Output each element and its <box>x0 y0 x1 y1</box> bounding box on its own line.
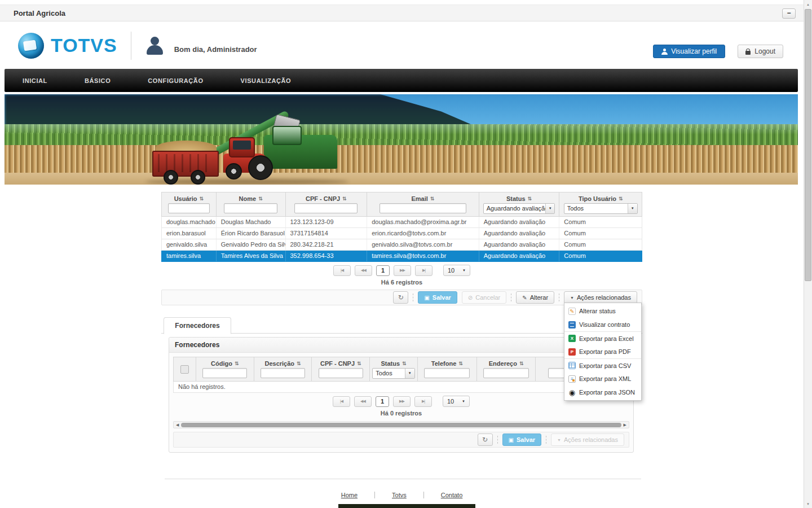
menu-item-exportar-csv[interactable]: Exportar para CSV <box>564 358 641 372</box>
column-label[interactable]: Tipo Usuário <box>579 195 616 202</box>
sort-icon[interactable]: ⇅ <box>235 361 239 366</box>
totvs-globe-icon <box>18 33 44 59</box>
sort-icon[interactable]: ⇅ <box>619 196 623 202</box>
sort-icon[interactable]: ⇅ <box>297 361 301 366</box>
excel-icon: X <box>568 335 576 342</box>
menu-item-exportar-xml[interactable]: ≡ Exportar para XML <box>564 372 641 386</box>
page: Portal Agricola − TOTVS Bom dia, Adminis… <box>0 0 804 508</box>
nav-item-configuracao[interactable]: CONFIGURAÇÃO <box>143 74 208 87</box>
menu-item-exportar-json[interactable]: ◉ Exportar para JSON <box>564 386 641 399</box>
table-row[interactable]: douglas.machado Douglas Machado 123.123.… <box>161 217 642 228</box>
column-label[interactable]: CPF - CNPJ <box>306 195 340 202</box>
column-label[interactable]: Descrição <box>264 360 294 367</box>
page-size-select[interactable]: 10 ▼ <box>443 396 470 407</box>
sort-icon[interactable]: ⇅ <box>519 361 524 366</box>
refresh-button[interactable]: ↻ <box>393 291 408 304</box>
header-actions: Visualizar perfil Logout <box>653 45 783 58</box>
filter-input-endereco[interactable] <box>483 368 529 378</box>
filter-input-codigo[interactable] <box>202 368 247 378</box>
cell-nome: Douglas Machado <box>217 217 286 227</box>
save-button[interactable]: ▣ Salvar <box>418 291 457 304</box>
prev-page-button[interactable]: ◀◀ <box>354 396 372 407</box>
nav-item-visualizacao[interactable]: VISUALIZAÇÃO <box>236 74 296 87</box>
fornecedores-status-filter-select[interactable]: Todos ▼ <box>372 368 414 379</box>
filter-input-cpf-cnpj[interactable] <box>294 203 358 213</box>
logout-button[interactable]: Logout <box>738 45 783 58</box>
next-page-button[interactable]: ▶▶ <box>393 396 411 407</box>
last-page-button[interactable]: ▶| <box>414 396 432 407</box>
tipo-usuario-filter-select[interactable]: Todos ▼ <box>564 203 638 214</box>
current-page[interactable]: 1 <box>376 265 390 276</box>
first-page-button[interactable]: |◀ <box>333 396 350 407</box>
sort-icon[interactable]: ⇅ <box>458 361 463 366</box>
column-label[interactable]: Usuário <box>174 195 197 202</box>
filter-input-cpf-cnpj[interactable] <box>319 368 363 378</box>
vertical-scrollbar-thumb[interactable] <box>805 9 811 281</box>
table-row[interactable]: erion.barasuol Érion Ricardo Barasuol 37… <box>161 228 642 239</box>
refresh-button[interactable]: ↻ <box>478 433 493 446</box>
sort-icon[interactable]: ⇅ <box>342 196 347 202</box>
save-button[interactable]: ▣ Salvar <box>502 433 541 446</box>
cell-usuario: erion.barasuol <box>162 228 217 239</box>
column-label[interactable]: Nome <box>239 195 257 202</box>
current-page[interactable]: 1 <box>376 396 389 407</box>
menu-item-alterar-status[interactable]: ✎ Alterar status <box>564 304 641 318</box>
cancel-button[interactable]: ⊘ Cancelar <box>462 291 506 304</box>
sort-icon[interactable]: ⇅ <box>430 196 435 202</box>
column-label[interactable]: Status <box>506 195 526 202</box>
select-all-checkbox[interactable] <box>180 365 189 374</box>
column-label[interactable]: CPF - CNPJ <box>320 360 355 367</box>
column-label[interactable]: Telefone <box>431 360 456 367</box>
tab-fornecedores[interactable]: Fornecedores <box>164 317 231 334</box>
nav-item-inicial[interactable]: INICIAL <box>18 74 52 87</box>
filter-input-telefone[interactable] <box>424 368 470 378</box>
cancel-label: Cancelar <box>475 294 500 301</box>
column-label[interactable]: Status <box>381 360 400 367</box>
scroll-down-icon[interactable]: ▼ <box>804 500 812 508</box>
column-label[interactable]: Email <box>411 195 427 202</box>
footer-link-home[interactable]: Home <box>324 492 374 498</box>
filter-input-nome[interactable] <box>224 203 277 213</box>
menu-item-exportar-excel[interactable]: X Exportar para Excel <box>564 331 641 345</box>
menu-item-exportar-pdf[interactable]: P Exportar para PDF <box>564 345 641 358</box>
prev-page-button[interactable]: ◀◀ <box>355 265 372 276</box>
filter-input-descricao[interactable] <box>261 368 305 378</box>
tractor-front-wheel <box>226 163 242 179</box>
cell-tipo: Comum <box>559 239 642 250</box>
scroll-up-icon[interactable]: ▲ <box>804 0 812 8</box>
vertical-scrollbar[interactable]: ▲ ▼ <box>804 0 812 508</box>
scroll-right-icon[interactable]: ▶ <box>623 423 628 427</box>
cell-cpf: 123.123.123-09 <box>286 217 368 227</box>
scroll-left-icon[interactable]: ◀ <box>175 423 180 427</box>
sort-icon[interactable]: ⇅ <box>528 196 532 202</box>
filter-input-usuario[interactable] <box>168 203 210 213</box>
sort-icon[interactable]: ⇅ <box>402 361 407 366</box>
last-page-button[interactable]: ▶| <box>415 265 433 276</box>
table-row-selected[interactable]: tamires.silva Tamires Alves da Silva 352… <box>161 251 642 262</box>
toolbar-separator <box>511 294 511 301</box>
status-filter-select[interactable]: Aguardando avaliação ▼ <box>483 203 555 214</box>
footer-link-contato[interactable]: Contato <box>424 492 480 498</box>
chevron-down-icon: ▼ <box>628 204 637 213</box>
sort-icon[interactable]: ⇅ <box>200 196 204 202</box>
nav-item-basico[interactable]: BÁSICO <box>80 74 115 87</box>
sort-icon[interactable]: ⇅ <box>258 196 263 202</box>
menu-item-visualizar-contrato[interactable]: Visualizar contrato <box>564 318 641 331</box>
page-size-select[interactable]: 10 ▼ <box>443 265 470 276</box>
sort-icon[interactable]: ⇅ <box>357 361 361 366</box>
footer-link-totvs[interactable]: Totvs <box>374 492 424 498</box>
horizontal-scrollbar[interactable]: ◀ ▶ <box>173 421 629 428</box>
filter-input-email[interactable] <box>379 203 466 213</box>
related-actions-button-disabled[interactable]: ▼ Ações relacionadas <box>551 433 624 446</box>
related-actions-button[interactable]: ▼ Ações relacionadas <box>564 291 637 304</box>
fornecedores-paginator: |◀ ◀◀ 1 ▶▶ ▶| 10 ▼ <box>173 396 629 407</box>
view-profile-button[interactable]: Visualizar perfil <box>653 45 725 58</box>
column-label[interactable]: Endereço <box>489 360 517 367</box>
horizontal-scrollbar-thumb[interactable] <box>181 423 621 427</box>
next-page-button[interactable]: ▶▶ <box>394 265 411 276</box>
minimize-button[interactable]: − <box>782 8 796 19</box>
column-label[interactable]: Código <box>211 360 232 367</box>
first-page-button[interactable]: |◀ <box>333 265 351 276</box>
table-row[interactable]: genivaldo.silva Genivaldo Pedro da Silva… <box>161 239 642 251</box>
edit-button[interactable]: ✎ Alterar <box>516 291 554 304</box>
